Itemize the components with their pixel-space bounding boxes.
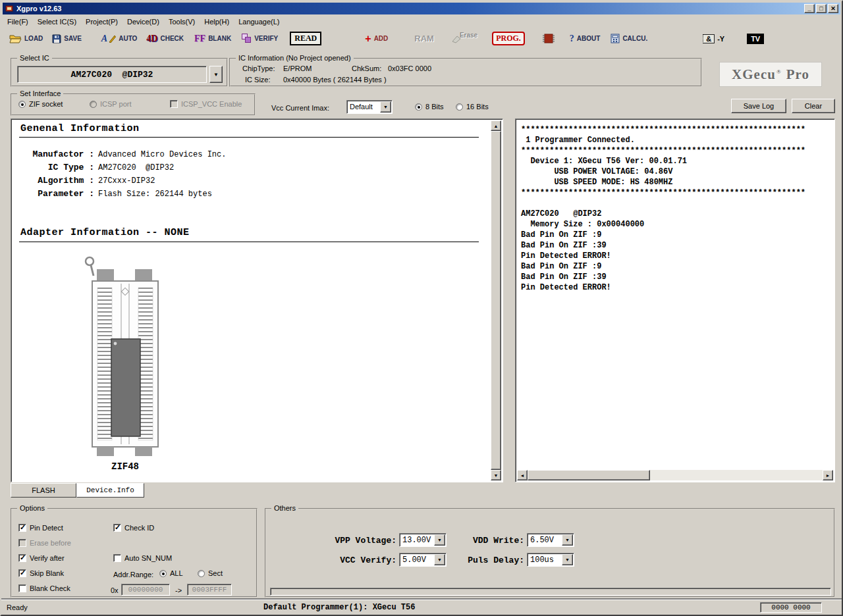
- addr-all-radio[interactable]: ALL: [159, 569, 183, 577]
- vpp-voltage-dropdown[interactable]: 13.00V ▼: [399, 533, 447, 547]
- status-counter-value: 0000 0000: [771, 603, 810, 611]
- parameter-label: Parameter :: [20, 189, 94, 199]
- verify-button[interactable]: VERIFY: [242, 34, 278, 43]
- tv-button[interactable]: TV: [747, 34, 764, 44]
- tab-flash-label: FLASH: [32, 486, 55, 494]
- chevron-down-icon[interactable]: ▼: [380, 101, 391, 113]
- bits8-radio[interactable]: 8 Bits: [415, 103, 444, 111]
- log-panel-scrollbar[interactable]: ◄ ►: [517, 470, 833, 480]
- ic-combobox-dropdown-button[interactable]: ▼: [209, 66, 223, 83]
- blank-check-button[interactable]: FF BLANK: [194, 34, 231, 44]
- radio-circle: [90, 101, 97, 108]
- menu-file[interactable]: File(F): [3, 16, 33, 28]
- check-id-checkbox[interactable]: Check ID: [113, 524, 154, 532]
- heading-rule: [19, 242, 479, 242]
- arrow-glyph: ▼: [565, 538, 570, 542]
- options-title: Options: [17, 504, 47, 512]
- save-log-button[interactable]: Save Log: [731, 99, 786, 113]
- tab-flash[interactable]: FLASH: [11, 483, 76, 498]
- checkbox-box: [18, 554, 26, 562]
- zif-socket-graphic: [82, 255, 168, 460]
- skip-blank-checkbox[interactable]: Skip Blank: [18, 569, 64, 577]
- scrollbar-thumb[interactable]: [528, 470, 650, 480]
- auto-sn-checkbox[interactable]: Auto SN_NUM: [113, 554, 172, 562]
- tab-device-info-label: Device.Info: [86, 486, 134, 494]
- scroll-right-icon: ►: [826, 473, 830, 478]
- auto-label: AUTO: [119, 35, 137, 42]
- title-bar[interactable]: Xgpro v12.63 _ □ ✕: [3, 3, 840, 14]
- radio-circle: [415, 103, 422, 111]
- logic-test-button[interactable]: & -Y: [703, 34, 724, 43]
- save-label: SAVE: [64, 35, 82, 42]
- program-button[interactable]: PROG.: [492, 32, 525, 45]
- clear-button[interactable]: Clear: [792, 99, 835, 113]
- read-button[interactable]: READ: [290, 32, 321, 45]
- blank-ff-icon: FF: [194, 34, 205, 44]
- others-group: Others VPP Voltage: 13.00V ▼ VDD Write: …: [265, 508, 835, 598]
- puls-delay-dropdown[interactable]: 100us ▼: [527, 553, 574, 567]
- zif-socket-radio[interactable]: ZIF socket: [18, 100, 63, 108]
- menu-select-ic[interactable]: Select IC(S): [33, 16, 81, 28]
- erase-before-checkbox: Erase before: [18, 539, 71, 547]
- menu-device[interactable]: Device(D): [122, 16, 164, 28]
- scroll-left-icon: ◄: [520, 473, 525, 478]
- blank-check-checkbox[interactable]: Blank Check: [18, 584, 70, 592]
- menu-project[interactable]: Project(P): [81, 16, 122, 28]
- scroll-right-button[interactable]: ►: [823, 470, 833, 480]
- erase-button: Erase: [451, 34, 477, 43]
- pin-detect-checkbox[interactable]: Pin Detect: [18, 524, 63, 532]
- ram-button: RAM: [414, 34, 434, 43]
- blank-check-label: Blank Check: [30, 584, 70, 592]
- close-button[interactable]: ✕: [828, 4, 838, 13]
- vcc-verify-dropdown[interactable]: 5.00V ▼: [399, 553, 447, 567]
- scroll-left-button[interactable]: ◄: [517, 470, 528, 480]
- scroll-up-button[interactable]: ▲: [491, 120, 501, 131]
- ic-combobox[interactable]: AM27C020 @DIP32: [17, 66, 207, 83]
- device-panel-scrollbar[interactable]: ▲ ▼: [491, 120, 501, 480]
- menu-tools[interactable]: Tools(V): [164, 16, 200, 28]
- vcc-current-dropdown[interactable]: Default ▼: [346, 100, 393, 114]
- tab-device-info[interactable]: Device.Info: [76, 483, 144, 498]
- check-id-label: Check ID: [124, 524, 154, 532]
- scrollbar-thumb[interactable]: [491, 131, 501, 470]
- general-info-heading: Genenal Information: [20, 123, 140, 134]
- chip-test-button[interactable]: [542, 33, 555, 44]
- chevron-down-icon[interactable]: ▼: [434, 554, 445, 565]
- status-programmer: Default Programmer(1): XGecu T56: [263, 603, 415, 612]
- checkbox-box: [18, 539, 26, 547]
- auto-button[interactable]: A AUTO: [101, 34, 138, 44]
- device-info-panel: Genenal Information Manufactor : Advance…: [11, 118, 503, 482]
- chevron-down-icon[interactable]: ▼: [434, 534, 445, 546]
- addr-sect-radio[interactable]: Sect: [198, 569, 223, 577]
- checkbox-box: [18, 524, 26, 532]
- icsize-value: 0x40000 Bytes ( 262144 Bytes ): [283, 76, 387, 84]
- load-button[interactable]: LOAD: [9, 34, 43, 43]
- minimize-button[interactable]: _: [804, 4, 815, 13]
- check-id-button[interactable]: 4D CHECK: [146, 34, 184, 44]
- xgecu-pro-logo: XGecu®Pro: [719, 62, 822, 87]
- ic-type-label: IC Type :: [20, 163, 94, 172]
- calculator-button[interactable]: CALCU.: [611, 34, 647, 43]
- save-button[interactable]: SAVE: [52, 34, 82, 43]
- about-button[interactable]: ? ABOUT: [570, 34, 601, 44]
- chevron-down-icon[interactable]: ▼: [562, 534, 573, 546]
- bits16-radio[interactable]: 16 Bits: [456, 103, 489, 111]
- chevron-down-icon[interactable]: ▼: [562, 554, 573, 565]
- range-to-value: 0003FFFF: [192, 586, 227, 594]
- vcc-verify-label: VCC Verify:: [332, 555, 396, 565]
- verify-label: VERIFY: [254, 35, 278, 42]
- vdd-write-dropdown[interactable]: 6.50V ▼: [527, 533, 574, 547]
- load-label: LOAD: [24, 35, 43, 42]
- menu-help[interactable]: Help(H): [200, 16, 234, 28]
- erase-label: Erase: [460, 32, 477, 39]
- calcu-label: CALCU.: [622, 35, 647, 42]
- verify-after-checkbox[interactable]: Verify after: [18, 554, 65, 562]
- maximize-button[interactable]: □: [816, 4, 827, 13]
- scroll-down-button[interactable]: ▼: [491, 470, 501, 480]
- add-button[interactable]: + ADD: [365, 33, 388, 45]
- menu-language[interactable]: Language(L): [234, 16, 284, 28]
- calculator-icon: [611, 34, 620, 43]
- ic-type-value: AM27C020 @DIP32: [98, 163, 174, 172]
- open-folder-icon: [9, 34, 22, 43]
- chksum-value: 0x03FC 0000: [388, 64, 431, 72]
